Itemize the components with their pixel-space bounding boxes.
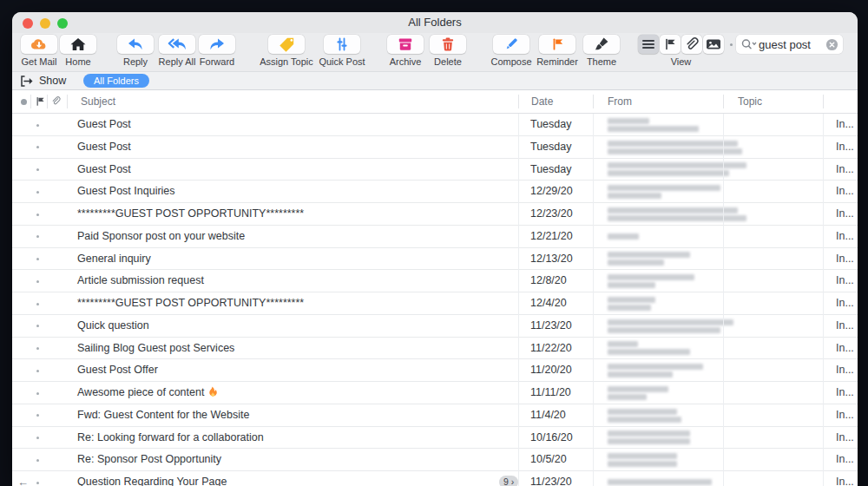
toolbar-button-label: Assign Topic — [260, 56, 313, 67]
attachment-column-icon[interactable] — [49, 95, 62, 108]
show-filter-button[interactable]: Show — [19, 72, 66, 89]
zoom-window-button[interactable] — [57, 18, 68, 29]
image-filter-button[interactable] — [703, 35, 724, 54]
search-field[interactable] — [736, 35, 843, 54]
list-view-icon — [639, 36, 658, 52]
message-subject: Fwd: Guest Content for the Website — [77, 404, 249, 427]
message-row[interactable]: Guest Post Tuesday In... — [12, 136, 858, 159]
sliders-icon — [332, 36, 352, 52]
subject-column-header[interactable]: Subject — [81, 90, 115, 113]
from-column-header[interactable]: From — [608, 90, 632, 113]
message-date: 11/4/20 — [530, 404, 566, 427]
toolbar-button-label: Reply — [123, 56, 148, 67]
read-status-dot — [36, 347, 39, 350]
list-view-button[interactable] — [638, 35, 659, 54]
message-date: 11/23/20 — [530, 315, 572, 338]
message-row[interactable]: Quick question 11/23/20 In... — [12, 315, 858, 338]
message-row[interactable]: Fwd: Guest Content for the Website 11/4/… — [12, 404, 858, 427]
quick-post-button[interactable]: Quick Post — [314, 35, 370, 67]
message-subject: Re: Sponsor Post Opportunity — [77, 449, 221, 471]
toolbar-button-label: Reminder — [536, 56, 578, 67]
message-row[interactable]: *********GUEST POST OPPORTUNITY*********… — [12, 292, 858, 315]
show-label: Show — [39, 75, 66, 87]
message-row[interactable]: Guest Post Inquiries 12/29/20 In... — [12, 181, 858, 203]
message-date: 12/8/20 — [530, 270, 567, 292]
read-status-dot — [36, 303, 39, 305]
toolbar-button-label: Home — [65, 56, 90, 67]
message-folder: In... — [836, 449, 854, 471]
message-folder: In... — [836, 270, 854, 292]
message-folder: In... — [836, 114, 854, 136]
message-date: Tuesday — [530, 159, 571, 181]
message-row[interactable]: General inquiry 12/13/20 In... — [12, 248, 858, 271]
archive-box-icon — [396, 36, 415, 52]
home-icon — [69, 36, 88, 52]
window-title: All Folders — [12, 12, 858, 33]
message-folder: In... — [836, 136, 854, 159]
message-row[interactable]: Sailing Blog Guest post Services 11/22/2… — [12, 338, 858, 360]
flag-column-icon[interactable] — [34, 95, 46, 108]
view-group-label: View — [671, 56, 692, 67]
sender-redacted-blur — [608, 382, 668, 404]
message-date: 12/29/20 — [530, 181, 573, 203]
replied-arrow-icon: ← — [17, 471, 29, 486]
message-folder: In... — [836, 203, 854, 226]
attachment-filter-button[interactable] — [681, 35, 702, 54]
reply-all-arrows-icon — [168, 36, 187, 52]
message-subject: Guest Post — [77, 136, 131, 159]
message-row[interactable]: Paid Sponsor post on your website 12/21/… — [12, 226, 858, 248]
close-window-button[interactable] — [23, 18, 33, 29]
message-row[interactable]: Guest Post Tuesday In... — [12, 159, 858, 181]
message-subject: Paid Sponsor post on your website — [77, 226, 245, 248]
cloud-download-icon — [30, 36, 49, 52]
read-status-column-icon[interactable] — [21, 99, 27, 105]
message-folder: In... — [836, 404, 854, 427]
message-subject: Quick question — [77, 315, 149, 338]
message-subject: *********GUEST POST OPPORTUNITY********* — [77, 292, 304, 315]
search-input[interactable] — [759, 38, 825, 51]
message-row[interactable]: Re: Sponsor Post Opportunity 10/5/20 In.… — [12, 449, 858, 471]
message-date: 11/20/20 — [530, 359, 572, 382]
trash-icon — [438, 36, 457, 52]
message-folder: In... — [836, 292, 854, 315]
active-filter-pill[interactable]: All Folders — [83, 74, 149, 88]
message-row[interactable]: Guest Post Offer 11/20/20 In... — [12, 359, 858, 382]
read-status-dot — [36, 437, 39, 439]
message-subject: Awesome piece of content — [77, 382, 217, 404]
message-row[interactable]: Awesome piece of content 11/11/20 In... — [12, 382, 858, 404]
message-row[interactable]: *********GUEST POST OPPORTUNITY*********… — [12, 203, 858, 226]
clear-search-icon[interactable] — [825, 38, 838, 51]
forward-button[interactable]: Forward — [189, 35, 245, 67]
assign-topic-button[interactable]: Assign Topic — [259, 35, 314, 67]
flag-filter-button[interactable] — [660, 35, 681, 54]
message-row[interactable]: Guest Post Tuesday In... — [12, 114, 858, 136]
read-status-dot — [36, 124, 39, 127]
read-status-dot — [36, 168, 39, 171]
message-row[interactable]: Article submission request 12/8/20 In... — [12, 270, 858, 292]
toolbar-button-label: Compose — [490, 56, 531, 67]
delete-button[interactable]: Delete — [420, 35, 476, 67]
read-status-dot — [36, 191, 39, 194]
message-date: 10/16/20 — [530, 427, 573, 450]
home-button[interactable]: Home — [50, 35, 106, 67]
read-status-dot — [36, 370, 39, 372]
read-status-dot — [36, 392, 39, 395]
topic-column-header[interactable]: Topic — [738, 90, 762, 113]
message-date: 12/21/20 — [530, 226, 573, 248]
theme-button[interactable]: Theme — [574, 35, 629, 67]
date-column-header[interactable]: Date — [531, 90, 553, 113]
sender-redacted-blur — [608, 159, 746, 181]
message-row[interactable]: Re: Looking forward for a collaboration … — [12, 427, 858, 450]
search-icon — [740, 37, 759, 51]
sender-redacted-blur — [608, 471, 712, 486]
read-status-dot — [36, 459, 39, 462]
sender-redacted-blur — [608, 404, 681, 427]
sender-redacted-blur — [608, 449, 677, 471]
message-date: Tuesday — [530, 114, 571, 136]
flag-filter-icon — [661, 36, 680, 52]
message-row[interactable]: ← Question Regarding Your Page 9 › 11/23… — [12, 471, 858, 486]
read-status-dot — [36, 280, 39, 283]
read-status-dot — [36, 414, 39, 417]
minimize-window-button[interactable] — [40, 18, 50, 29]
read-status-dot — [36, 325, 39, 327]
